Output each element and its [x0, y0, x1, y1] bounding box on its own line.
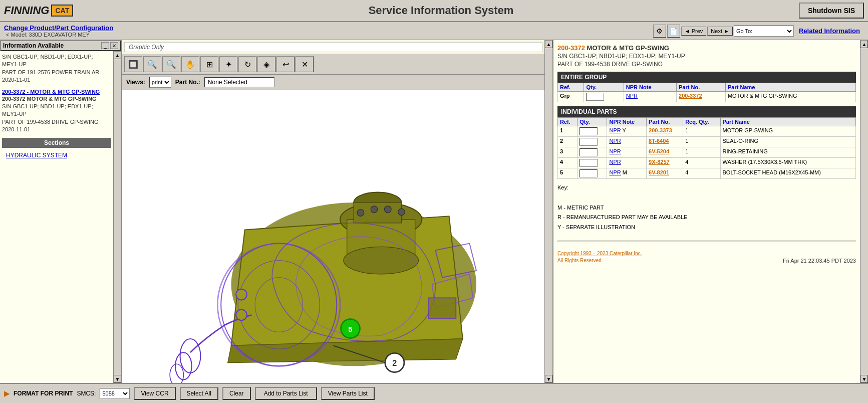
part-qty [577, 168, 607, 179]
graphic-area: 5 2 [122, 90, 544, 383]
view-toolbar: 🔲 🔍 🔍 ✋ ⊞ ✦ ↻ ◈ ↩ ✕ [122, 54, 544, 75]
view-btn-explode[interactable]: ✦ [219, 56, 237, 72]
part-partname: SEAL-O-RING [720, 137, 856, 147]
individual-parts-table: Ref. Qty. NPR Note Part No. Req. Qty. Pa… [557, 117, 856, 179]
shutdown-button[interactable]: Shutdown SIS [799, 3, 864, 19]
graphic-scroll-up[interactable]: ▲ [545, 40, 552, 48]
view-btn-close[interactable]: ✕ [296, 56, 314, 72]
grp-npr-link[interactable]: NPR [626, 93, 638, 99]
col-qty-header: Qty. [584, 83, 624, 92]
select-all-button[interactable]: Select All [180, 387, 218, 400]
cat-logo: CAT [51, 5, 73, 17]
part-subtitle: S/N GBC1-UP; NBD1-UP; EDX1-UP; MEY1-UP [557, 53, 685, 60]
part-npr: NPR [607, 158, 647, 168]
smcs-select[interactable]: 5058 [100, 388, 130, 399]
view-btn-zoom-out[interactable]: 🔍 [162, 56, 180, 72]
view-btn-pan[interactable]: ✋ [181, 56, 199, 72]
graphic-scroll-down[interactable]: ▼ [545, 375, 552, 383]
partno-label: Part No.: [175, 79, 200, 86]
toolbar-icons: ⚙ 📄 ◄ Prev Next ► Go To: Related Informa… [653, 25, 860, 38]
svg-point-20 [236, 309, 247, 320]
right-panel: 200-3372 MOTOR & MTG GP-SWING S/N GBC1-U… [553, 40, 860, 383]
part-partno-link[interactable]: 8T-6404 [649, 138, 669, 144]
clear-button[interactable]: Clear [222, 387, 251, 400]
view-parts-list-button[interactable]: View Parts List [321, 387, 375, 400]
view-btn-fit[interactable]: ⊞ [200, 56, 218, 72]
part-partno: 200-3373 [647, 126, 683, 137]
sidebar-content: S/N GBC1-UP; NBD1-UP; EDX1-UP; MEY1-UP P… [0, 51, 113, 383]
app-title: Service Information System [83, 4, 799, 17]
smcs-label: SMCS: [77, 390, 96, 397]
toolbar-icon-doc[interactable]: 📄 [667, 25, 680, 38]
hydraulic-link[interactable]: HYDRAULIC SYSTEM [4, 150, 109, 161]
right-scroll-down[interactable]: ▼ [860, 375, 868, 383]
next-button[interactable]: Next ► [707, 27, 733, 36]
view-ccr-button[interactable]: View CCR [134, 387, 175, 400]
part-partno-link[interactable]: 6V-8201 [649, 169, 669, 175]
part-partno: 6V-8201 [647, 168, 683, 179]
partno-value: None Selected [204, 77, 274, 87]
part-req-qty: 4 [683, 158, 720, 168]
right-scroll-up[interactable]: ▲ [860, 40, 868, 48]
grp-qty-input[interactable] [586, 93, 604, 101]
part-qty-input[interactable] [580, 127, 598, 135]
toolbar-icon-settings[interactable]: ⚙ [653, 25, 666, 38]
close-button[interactable]: ✕ [110, 42, 118, 49]
view-btn-layers[interactable]: ◈ [257, 56, 275, 72]
graphic-scrollbar: ▲ ▼ [544, 40, 552, 383]
view-btn-zoom-in[interactable]: 🔍 [143, 56, 161, 72]
part-partno-link[interactable]: 9X-8257 [649, 159, 670, 165]
window-controls: _ ✕ [101, 42, 118, 49]
related-info-link[interactable]: Related Information [799, 27, 860, 35]
copyright-link[interactable]: Copyright 1993 – 2023 Caterpillar Inc. [557, 251, 642, 256]
part-npr-link[interactable]: NPR [609, 159, 621, 165]
part-title-number: 200-3372 [557, 44, 585, 52]
hydraulic-section: HYDRAULIC SYSTEM [2, 148, 111, 163]
view-btn-select[interactable]: 🔲 [124, 56, 142, 72]
part-qty-input[interactable] [580, 169, 598, 177]
sidebar: Information Available _ ✕ S/N GBC1-UP; N… [0, 40, 122, 383]
part-qty [577, 126, 607, 137]
views-select[interactable]: print [149, 77, 171, 88]
part-npr-link[interactable]: NPR [609, 138, 621, 144]
part-npr: NPR Y [607, 126, 647, 137]
part-qty-input[interactable] [580, 138, 598, 146]
part-partno-link[interactable]: 6V-5204 [649, 148, 669, 154]
part-partname: BOLT-SOCKET HEAD (M16X2X45-MM) [720, 168, 856, 179]
scroll-up-arrow[interactable]: ▲ [114, 51, 121, 59]
goto-select[interactable]: Go To: [734, 26, 794, 37]
scroll-down-arrow[interactable]: ▼ [114, 375, 121, 383]
sidebar-item-2: 200-3372 - MOTOR & MTG GP-SWING 200-3372… [2, 88, 111, 134]
copyright-text2: All Rights Reserved [557, 258, 602, 263]
view-btn-rotate[interactable]: ↻ [238, 56, 256, 72]
sidebar-motor-link[interactable]: 200-3372 - MOTOR & MTG GP-SWING [2, 89, 100, 95]
part-partno: 8T-6404 [647, 137, 683, 147]
part-qty-input[interactable] [580, 148, 598, 156]
part-qty-input[interactable] [580, 159, 598, 167]
key-r: R - REMANUFACTURED PART MAY BE AVAILABLE [557, 213, 856, 223]
col-ref-header: Ref. [558, 83, 584, 92]
col-partname-header: Part Name [725, 83, 855, 92]
part-npr-link[interactable]: NPR [609, 148, 621, 154]
add-to-parts-list-button[interactable]: Add to Parts List [255, 387, 317, 400]
triangle-icon: ▶ [4, 389, 10, 397]
part-req-qty: 1 [683, 147, 720, 158]
sidebar-scrollbar: ▲ ▼ [113, 51, 121, 383]
part-npr-link[interactable]: NPR [609, 127, 621, 133]
table-row: 5 NPR M 6V-8201 4 BOLT-SOCKET HEAD (M16X… [558, 168, 856, 179]
view-btn-back[interactable]: ↩ [276, 56, 295, 72]
prev-button[interactable]: ◄ Prev [681, 27, 707, 36]
part-ref: 2 [558, 137, 577, 147]
minimize-button[interactable]: _ [101, 42, 109, 49]
sidebar-item-1-text2: PART OF 191-2576 POWER TRAIN AR 2020-11-… [2, 69, 99, 83]
part-npr-link[interactable]: NPR [609, 169, 621, 175]
change-product-link[interactable]: Change Product/Part Configuration [4, 24, 113, 32]
footer-area: Copyright 1993 – 2023 Caterpillar Inc. A… [557, 250, 856, 264]
part-npr: NPR [607, 147, 647, 158]
part-qty [577, 158, 607, 168]
grp-partno-link[interactable]: 200-3372 [679, 93, 702, 99]
format-label: FORMAT FOR PRINT [14, 390, 73, 397]
entire-group-table: Ref. Qty. NPR Note Part No. Part Name Gr… [557, 83, 856, 102]
part-partno-link[interactable]: 200-3373 [649, 127, 672, 133]
info-available-label: Information Available [3, 42, 64, 49]
